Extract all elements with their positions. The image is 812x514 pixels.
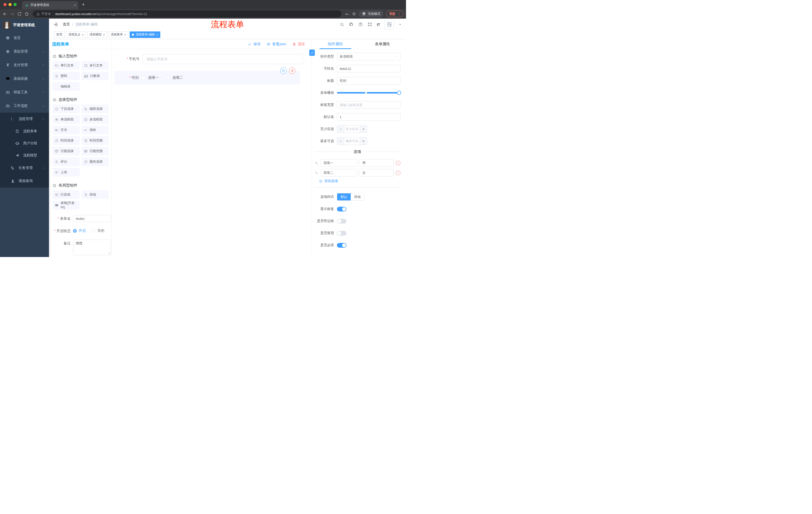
breadcrumb-home[interactable]: 首页 bbox=[63, 22, 70, 27]
option-value-input[interactable] bbox=[359, 159, 394, 167]
component-upload[interactable]: 上传 bbox=[53, 168, 80, 177]
option-label-input[interactable] bbox=[321, 159, 357, 167]
component-row-container[interactable]: 行容器 bbox=[53, 190, 80, 199]
component-time-range[interactable]: 时间范围 bbox=[82, 136, 109, 145]
checkbox-box[interactable] bbox=[142, 76, 145, 80]
component-button[interactable]: 按钮 bbox=[82, 190, 109, 199]
minimize-window-button[interactable] bbox=[8, 3, 11, 6]
tab-close-icon[interactable]: × bbox=[74, 3, 76, 7]
sidebar-item-task-mgmt[interactable]: 任务管理 bbox=[0, 161, 49, 174]
checkbox-box[interactable] bbox=[166, 76, 170, 80]
copy-component-button[interactable] bbox=[280, 67, 287, 74]
stepper-increase-button[interactable]: + bbox=[360, 138, 367, 144]
reload-icon[interactable] bbox=[17, 11, 22, 16]
grid-span-slider[interactable] bbox=[337, 92, 399, 93]
view-json-button[interactable]: 查看json bbox=[266, 42, 286, 47]
stepper-decrease-button[interactable]: − bbox=[337, 126, 344, 133]
sidebar-item-process-mgmt[interactable]: 流程管理 bbox=[0, 113, 49, 125]
component-date-range[interactable]: 日期范围 bbox=[82, 147, 109, 155]
tab-component-props[interactable]: 组件属性 bbox=[312, 39, 359, 49]
component-single-text[interactable]: 单行文本 bbox=[53, 61, 80, 70]
tag-process-form-edit[interactable]: 流程表单-编辑× bbox=[129, 31, 160, 38]
add-option-button[interactable]: 添加选项 bbox=[319, 179, 401, 183]
tag-close-icon[interactable]: × bbox=[124, 33, 126, 36]
github-icon[interactable] bbox=[349, 22, 353, 27]
remove-option-button[interactable] bbox=[396, 161, 401, 165]
radio-status-off[interactable]: 关闭 bbox=[92, 228, 104, 233]
canvas-phone-field[interactable]: 手机号 bbox=[124, 54, 303, 64]
label-width-input[interactable] bbox=[337, 101, 401, 109]
tag-close-icon[interactable]: × bbox=[156, 33, 158, 36]
sidebar-logo[interactable]: 芋道管理系统 bbox=[0, 19, 49, 31]
component-multi-text[interactable]: 多行文本 bbox=[82, 61, 109, 70]
tag-close-icon[interactable]: × bbox=[103, 33, 105, 36]
close-window-button[interactable] bbox=[3, 3, 6, 6]
stepper-increase-button[interactable]: + bbox=[360, 126, 367, 133]
component-type-select[interactable]: 多选框组 bbox=[337, 53, 401, 60]
component-slider[interactable]: 滑块 bbox=[82, 126, 109, 134]
component-date-picker[interactable]: 日期选择 bbox=[53, 147, 80, 155]
component-checkbox-group[interactable]: 多选框组 bbox=[82, 115, 109, 124]
search-icon[interactable] bbox=[340, 22, 344, 27]
option-style-button[interactable]: 按钮 bbox=[351, 193, 364, 200]
chrome-update-button[interactable]: 更新 bbox=[386, 10, 404, 17]
slider-handle[interactable] bbox=[397, 91, 401, 95]
security-status[interactable]: 不安全 bbox=[36, 12, 51, 16]
checkbox-option-1[interactable]: 选项一 bbox=[142, 76, 158, 80]
back-icon[interactable] bbox=[2, 11, 7, 16]
option-label-input[interactable] bbox=[321, 169, 357, 177]
stepper-decrease-button[interactable]: − bbox=[337, 138, 344, 144]
forward-icon[interactable] bbox=[10, 11, 14, 16]
fullscreen-icon[interactable] bbox=[368, 22, 372, 27]
show-label-toggle[interactable] bbox=[337, 207, 346, 212]
checkbox-option-2[interactable]: 选项二 bbox=[166, 76, 183, 80]
delete-component-button[interactable] bbox=[289, 67, 295, 74]
component-radio-group[interactable]: 单选框组 bbox=[53, 115, 80, 124]
required-toggle[interactable] bbox=[337, 243, 346, 248]
min-checked-input[interactable]: 至少应选 bbox=[344, 126, 360, 133]
max-checked-input[interactable]: 最多可选 bbox=[344, 138, 360, 144]
sidebar-item-system[interactable]: 系统管理 bbox=[0, 45, 49, 58]
tag-close-icon[interactable]: × bbox=[82, 33, 83, 36]
tag-process-form[interactable]: 流程表单× bbox=[109, 31, 128, 38]
tab-form-props[interactable]: 表单属性 bbox=[359, 39, 406, 49]
avatar-caret-icon[interactable] bbox=[399, 23, 402, 26]
component-cascader[interactable]: 级联选择 bbox=[82, 105, 109, 113]
sidebar-item-process-form[interactable]: 流程表单 bbox=[0, 125, 49, 137]
doc-link-badge[interactable] bbox=[309, 50, 315, 56]
component-password[interactable]: 密码 bbox=[53, 72, 80, 80]
sidebar-item-leave-query[interactable]: 请假查询 bbox=[0, 174, 49, 188]
sidebar-item-user-group[interactable]: 用户分组 bbox=[0, 137, 49, 150]
form-remark-textarea[interactable]: 嘿嘿 bbox=[73, 240, 111, 255]
help-icon[interactable] bbox=[358, 22, 363, 27]
password-key-icon[interactable] bbox=[345, 12, 349, 16]
tag-process-definition[interactable]: 流程定义× bbox=[66, 31, 86, 38]
default-value-input[interactable] bbox=[337, 113, 401, 121]
component-table[interactable]: 表格[开发中] bbox=[53, 201, 80, 210]
sidebar-item-home[interactable]: 首页 bbox=[0, 31, 49, 45]
form-canvas[interactable]: 手机号 性别 选项一 选项二 bbox=[112, 49, 312, 257]
url-text[interactable]: dashboard.yudao.iocoder.cn/bpm/manager/f… bbox=[55, 12, 147, 16]
drag-handle-icon[interactable] bbox=[314, 161, 319, 165]
field-name-input[interactable] bbox=[337, 65, 401, 73]
disabled-toggle[interactable] bbox=[337, 231, 346, 236]
sidebar-item-process-model[interactable]: 流程模型 bbox=[0, 150, 49, 161]
macos-window-controls[interactable] bbox=[0, 3, 20, 6]
canvas-gender-field-selected[interactable]: 性别 选项一 选项二 bbox=[114, 71, 300, 84]
new-tab-button[interactable]: + bbox=[82, 2, 85, 7]
drag-handle-icon[interactable] bbox=[314, 171, 319, 175]
component-time-picker[interactable]: 时间选择 bbox=[53, 136, 80, 145]
sidebar-item-infra[interactable]: 基础设施 bbox=[0, 72, 49, 85]
radio-status-on[interactable]: 开启 bbox=[73, 228, 86, 233]
phone-input[interactable] bbox=[142, 54, 303, 64]
option-value-input[interactable] bbox=[359, 169, 394, 177]
sidebar-item-payment[interactable]: ¥ 支付管理 bbox=[0, 58, 49, 72]
component-counter[interactable]: 123计数器 bbox=[82, 72, 109, 80]
maximize-window-button[interactable] bbox=[13, 3, 17, 6]
form-name-input[interactable] bbox=[73, 215, 111, 222]
component-rate[interactable]: 评分 bbox=[53, 157, 80, 166]
title-input[interactable] bbox=[337, 77, 401, 84]
clear-button[interactable]: 清空 bbox=[292, 42, 305, 47]
save-button[interactable]: 保存 bbox=[248, 42, 261, 47]
sidebar-item-workflow[interactable]: 工作流程 bbox=[0, 99, 49, 113]
